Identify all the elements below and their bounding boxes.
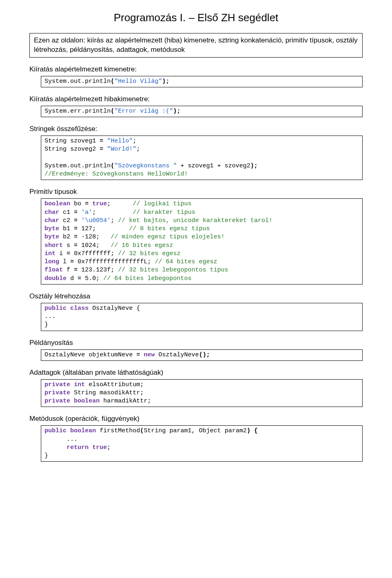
section-label-meth: Metódusok (operációk, függvények) (29, 414, 363, 424)
code-prim: boolean bo = true; // logikai tipus char… (41, 198, 363, 285)
section-label-attr: Adattagok (általában private láthatóságú… (29, 368, 363, 378)
intro-text: Ezen az oldalon: kiírás az alapértelmeze… (34, 36, 358, 53)
section-label-inst: Példányosítás (29, 338, 363, 348)
section-label-err: Kiíratás alapértelmezett hibakimenetre: (29, 95, 363, 104)
code-class: public class OsztalyNeve { ... } (41, 303, 363, 331)
code-inst: OsztalyNeve objektumNeve = new OsztalyNe… (41, 349, 363, 361)
code-out: System.out.println("Hello Világ"); (41, 76, 363, 87)
page-title: Programozás I. – Első ZH segédlet (29, 11, 363, 24)
section-label-prim: Primitív típusok (29, 187, 363, 197)
code-meth: public boolean firstMethod(String param1… (41, 425, 363, 462)
intro-box: Ezen az oldalon: kiírás az alapértelmeze… (29, 33, 363, 58)
section-label-concat: Stringek összefűzése: (29, 124, 363, 134)
code-attr: private int elsoAttributum; private Stri… (41, 379, 363, 407)
document-page: Programozás I. – Első ZH segédlet Ezen a… (0, 0, 392, 485)
section-label-class: Osztály létrehozása (29, 292, 363, 301)
code-err: System.err.println("Error világ :("); (41, 106, 363, 117)
section-label-out: Kiíratás alapértelmezett kimenetre: (29, 65, 363, 74)
code-concat: String szoveg1 = "Hello"; String szoveg2… (41, 136, 363, 180)
